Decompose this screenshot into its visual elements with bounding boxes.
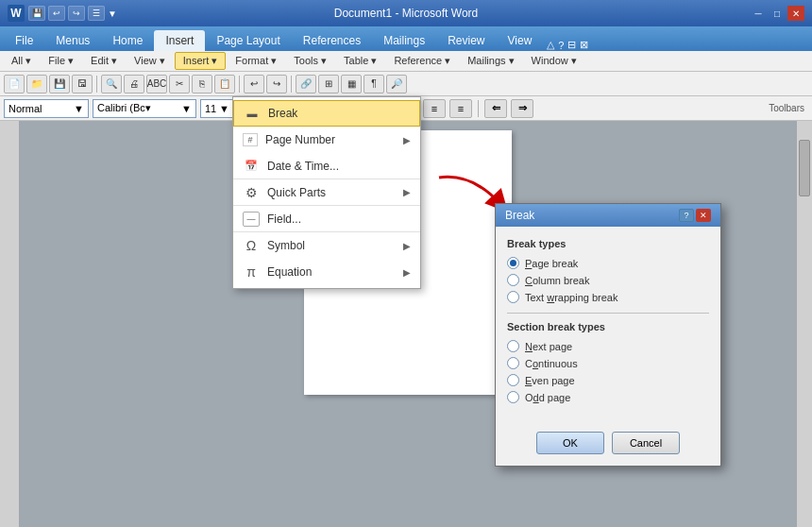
menu-reference[interactable]: Reference ▾ (386, 53, 458, 69)
save-icon[interactable]: 💾 (49, 75, 70, 94)
column-break-label: Column break (525, 275, 590, 286)
print-preview-icon[interactable]: 🔍 (101, 75, 122, 94)
next-page-radio[interactable] (507, 340, 519, 352)
break-icon: ▬ (244, 106, 261, 121)
menu-view[interactable]: View ▾ (127, 53, 173, 69)
copy-icon[interactable]: ⎘ (192, 75, 212, 94)
window-btn[interactable]: ⊟ (567, 39, 576, 51)
menu-item-date-time[interactable]: 📅 Date & Time... (233, 153, 420, 179)
menu-mailings[interactable]: Mailings ▾ (460, 53, 521, 69)
tab-review[interactable]: Review (436, 30, 496, 51)
font-value: Calibri (Bc▾ (97, 102, 151, 114)
paste-icon[interactable]: 📋 (214, 75, 235, 94)
columns-icon[interactable]: ▦ (341, 75, 362, 94)
radio-even-page[interactable]: Even page (507, 374, 709, 386)
justify-btn[interactable]: ≡ (449, 99, 472, 118)
dialog-title-bar: Break ? ✕ (496, 204, 720, 227)
help-icon[interactable]: △ (547, 39, 554, 51)
ok-button[interactable]: OK (536, 432, 604, 454)
menu-item-symbol[interactable]: Ω Symbol ▶ (233, 232, 420, 259)
tab-view[interactable]: View (497, 30, 544, 51)
tab-insert[interactable]: Insert (154, 30, 205, 51)
tab-menus[interactable]: Menus (44, 30, 101, 51)
menu-item-page-number[interactable]: # Page Number ▶ (233, 127, 420, 153)
menu-tools[interactable]: Tools ▾ (286, 53, 334, 69)
menu-all[interactable]: All ▾ (4, 53, 39, 69)
fullscreen-btn[interactable]: ⊠ (580, 39, 588, 51)
menu-table[interactable]: Table ▾ (336, 53, 384, 69)
quick-parts-label: Quick Parts (267, 186, 326, 199)
dialog-help-btn[interactable]: ? (679, 209, 694, 222)
column-break-radio[interactable] (507, 274, 519, 286)
menu-item-field[interactable]: — Field... (233, 206, 420, 232)
restore-btn[interactable]: □ (769, 6, 786, 21)
radio-column-break[interactable]: Column break (507, 274, 709, 286)
quick-parts-arrow: ▶ (403, 187, 411, 197)
zoom-icon[interactable]: 🔎 (386, 75, 407, 94)
tab-home[interactable]: Home (101, 30, 154, 51)
redo-icon[interactable]: ↪ (266, 75, 287, 94)
style-selector[interactable]: Normal ▼ (4, 99, 89, 118)
menu-window[interactable]: Window ▾ (524, 53, 584, 69)
tab-file[interactable]: File (4, 30, 44, 51)
continuous-radio[interactable] (507, 357, 519, 369)
menu-format[interactable]: Format ▾ (228, 53, 284, 69)
main-toolbar: 📄 📁 💾 🖫 🔍 🖨 ABC ✂ ⎘ 📋 ↩ ↪ 🔗 ⊞ ▦ ¶ 🔎 (0, 72, 812, 96)
radio-continuous[interactable]: Continuous (507, 357, 709, 369)
tab-references[interactable]: References (292, 30, 372, 51)
dialog-content: Break types Page break Column break Text… (496, 227, 720, 424)
radio-next-page[interactable]: Next page (507, 340, 709, 352)
save-quick-btn[interactable]: 💾 (28, 6, 45, 21)
style-dropdown-arrow: ▼ (74, 103, 84, 114)
menu-item-quick-parts[interactable]: ⚙ Quick Parts ▶ (233, 179, 420, 206)
table-icon[interactable]: ⊞ (318, 75, 339, 94)
font-selector[interactable]: Calibri (Bc▾ ▼ (93, 99, 196, 118)
print-icon[interactable]: 🖨 (124, 75, 144, 94)
save-all-icon[interactable]: 🖫 (72, 75, 93, 94)
close-btn[interactable]: ✕ (787, 6, 804, 21)
equation-label: Equation (267, 265, 312, 279)
tab-mailings[interactable]: Mailings (372, 30, 436, 51)
menu-edit[interactable]: Edit ▾ (83, 53, 125, 69)
symbol-arrow: ▶ (403, 241, 411, 251)
undo-icon[interactable]: ↩ (244, 75, 264, 94)
spell-icon[interactable]: ABC (146, 75, 167, 94)
date-time-label: Date & Time... (267, 160, 339, 173)
open-icon[interactable]: 📁 (26, 75, 47, 94)
menu-file[interactable]: File ▾ (41, 53, 81, 69)
menu-item-break[interactable]: ▬ Break (233, 100, 420, 127)
tab-page-layout[interactable]: Page Layout (205, 30, 291, 51)
dialog-close-btn[interactable]: ✕ (696, 209, 711, 222)
undo-quick-btn[interactable]: ↩ (48, 6, 65, 21)
window-controls: ─ □ ✕ (750, 6, 804, 21)
cut-icon[interactable]: ✂ (169, 75, 190, 94)
menu-insert[interactable]: Insert ▾ (175, 52, 227, 70)
outdent-btn[interactable]: ⇐ (484, 99, 507, 118)
menu-quick-btn[interactable]: ☰ (88, 6, 105, 21)
radio-text-wrapping[interactable]: Text wrapping break (507, 291, 709, 303)
radio-odd-page[interactable]: Odd page (507, 391, 709, 403)
show-hide-icon[interactable]: ¶ (364, 75, 384, 94)
redo-quick-btn[interactable]: ↪ (68, 6, 85, 21)
cancel-button[interactable]: Cancel (612, 432, 680, 454)
section-break-types-label: Section break types (507, 321, 709, 332)
help-btn[interactable]: ? (558, 40, 564, 51)
menu-item-equation[interactable]: π Equation ▶ (233, 259, 420, 285)
indent-btn[interactable]: ⇒ (511, 99, 533, 118)
radio-page-break[interactable]: Page break (507, 257, 709, 269)
even-page-radio[interactable] (507, 374, 519, 386)
scrollbar-thumb[interactable] (799, 140, 810, 196)
odd-page-radio[interactable] (507, 391, 519, 403)
size-selector[interactable]: 11 ▼ (200, 99, 234, 118)
right-scrollbar[interactable] (797, 121, 812, 527)
align-right-btn[interactable]: ≡ (423, 99, 446, 118)
continuous-label: Continuous (525, 358, 578, 369)
page-number-arrow: ▶ (403, 135, 411, 145)
page-break-radio[interactable] (507, 257, 519, 269)
hyperlink-icon[interactable]: 🔗 (296, 75, 316, 94)
minimize-btn[interactable]: ─ (750, 6, 767, 21)
text-wrapping-radio[interactable] (507, 291, 519, 303)
page-break-label: Page break (525, 258, 578, 269)
window-title: Document1 - Microsoft Word (334, 7, 479, 20)
new-icon[interactable]: 📄 (4, 75, 25, 94)
